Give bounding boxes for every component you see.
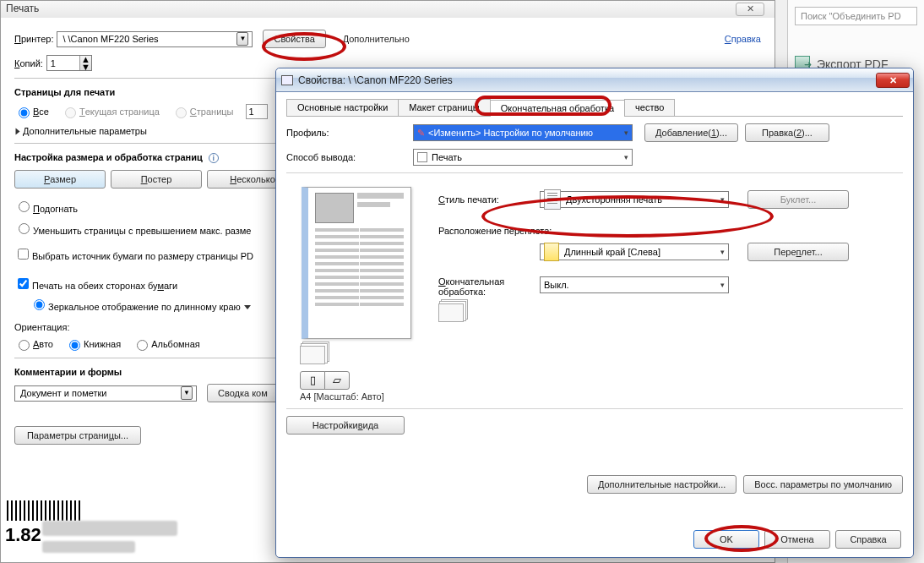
profile-label: Профиль: (286, 128, 413, 138)
dialog-title: Свойства: \ \Canon MF220 Series (298, 74, 876, 86)
print-dialog-title: Печать (1, 1, 775, 18)
view-toggle-2[interactable]: ▱ (324, 371, 350, 390)
finish-stack-icon (438, 303, 464, 322)
blurred-region (42, 521, 177, 536)
page-preview (302, 187, 411, 339)
chevron-down-icon[interactable]: ▼ (181, 386, 193, 400)
summary-button[interactable]: Сводка ком (207, 384, 279, 402)
chevron-down-icon[interactable]: ▾ (720, 248, 725, 256)
radio-current[interactable]: Текущая страницаТекущая страница (61, 105, 160, 118)
orient-portrait[interactable]: КнижнаяКнижная (65, 337, 121, 351)
tabs: Основные настройки Макет страницы Оконча… (286, 99, 903, 117)
window-close-button[interactable]: ✕ (876, 73, 910, 88)
cancel-button[interactable]: Отмена (764, 530, 830, 549)
print-style-combo[interactable]: Двухсторонняя печать ▾ (540, 191, 729, 208)
edit-profile-button[interactable]: Правка(2)...Правка(2)... (745, 123, 829, 142)
restore-defaults-button[interactable]: Восс. параметры по умолчанию (743, 475, 903, 494)
printer-properties-dialog: Свойства: \ \Canon MF220 Series ✕ Основн… (275, 68, 914, 558)
profile-combo[interactable]: ✎ <Изменить> Настройки по умолчанию ▾ (413, 124, 633, 141)
binding-label: Расположение переплета: (438, 226, 903, 236)
printer-combo[interactable]: \ \Canon MF220 Series ▼ (57, 31, 253, 47)
page-setup-button[interactable]: Параметры страницы...Параметры страницы.… (14, 426, 141, 445)
info-icon[interactable]: i (209, 153, 219, 163)
finishing-combo[interactable]: Выкл. ▾ (540, 276, 729, 293)
help-button[interactable]: Справка (835, 530, 901, 549)
pages-range-input[interactable] (246, 104, 268, 119)
comments-combo[interactable]: Документ и пометки ▼ (14, 385, 197, 402)
chevron-down-icon[interactable]: ▾ (720, 281, 725, 289)
tab-finishing[interactable]: Окончательная обработка (490, 100, 625, 117)
size-button[interactable]: РазмерРазмер (14, 170, 106, 189)
printer-label: ППринтер:ринтер: (14, 34, 53, 44)
finishing-label: Окончательная обработка:Окончательная об… (438, 276, 540, 297)
spin-down-icon[interactable]: ▼ (80, 63, 91, 71)
tab-quality[interactable]: чество (624, 99, 675, 116)
print-style-label: Стиль печати:Стиль печати: (438, 194, 540, 205)
triangle-right-icon (16, 128, 20, 134)
chevron-down-icon[interactable]: ▼ (236, 32, 248, 46)
barcode (7, 500, 83, 521)
ok-button[interactable]: OK (693, 530, 759, 549)
orient-landscape[interactable]: АльбомнаяАльбомная (133, 337, 200, 351)
orient-auto[interactable]: АвтоАвто (14, 337, 53, 351)
search-input[interactable] (795, 7, 917, 25)
chevron-down-icon (244, 305, 251, 309)
paper-stack-icon (300, 346, 325, 364)
blurred-region (42, 541, 135, 553)
properties-button[interactable]: Свойства (263, 30, 325, 48)
poster-button[interactable]: ПостерПостер (111, 170, 202, 189)
copies-input[interactable] (47, 56, 79, 70)
close-icon[interactable]: ✕ (736, 3, 764, 16)
advanced-button[interactable]: Дополнительно Дополнительно (333, 30, 420, 48)
booklet-button: Буклет... (747, 190, 849, 209)
copies-label: Копий:Копий: (14, 58, 43, 68)
binding-combo[interactable]: Длинный край [Слева] ▾ (540, 243, 729, 260)
preview-caption: A4 [Масштаб: Авто] (300, 391, 430, 402)
print-icon (417, 152, 427, 162)
chevron-down-icon[interactable]: ▾ (720, 195, 725, 204)
add-profile-button[interactable]: Добавление(1)...Добавление(1)... (644, 123, 738, 142)
output-combo[interactable]: Печать ▾ (413, 149, 633, 166)
binding-edge-icon (544, 243, 559, 261)
pencil-icon: ✎ (417, 128, 425, 139)
binding-button[interactable]: Переплет...Переплет... (747, 243, 849, 261)
view-settings-button[interactable]: Настройки видаНастройки вида (286, 416, 405, 435)
titlebar[interactable]: Свойства: \ \Canon MF220 Series ✕ (276, 68, 913, 92)
radio-all[interactable]: ВсеВсе (14, 105, 49, 118)
printer-icon (281, 75, 293, 85)
preview-panel: ▯ ▱ A4 [Масштаб: Авто] (286, 180, 430, 402)
tab-layout[interactable]: Макет страницы (398, 99, 490, 116)
radio-pages[interactable]: СтраницыСтраницы (171, 105, 234, 118)
chevron-down-icon[interactable]: ▾ (624, 153, 628, 161)
duplex-icon (544, 189, 561, 210)
output-label: Способ вывода: (286, 152, 413, 162)
chevron-down-icon[interactable]: ▾ (624, 128, 628, 137)
tab-basic[interactable]: Основные настройки (286, 99, 399, 116)
help-link[interactable]: СправкаСправка (725, 34, 761, 44)
extra-settings-button[interactable]: Дополнительные настройки...Дополнительны… (587, 475, 736, 494)
view-toggle-1[interactable]: ▯ (300, 371, 325, 390)
copies-spinner[interactable]: ▲▼ (46, 55, 92, 71)
page-number: 1.82 (5, 524, 41, 546)
